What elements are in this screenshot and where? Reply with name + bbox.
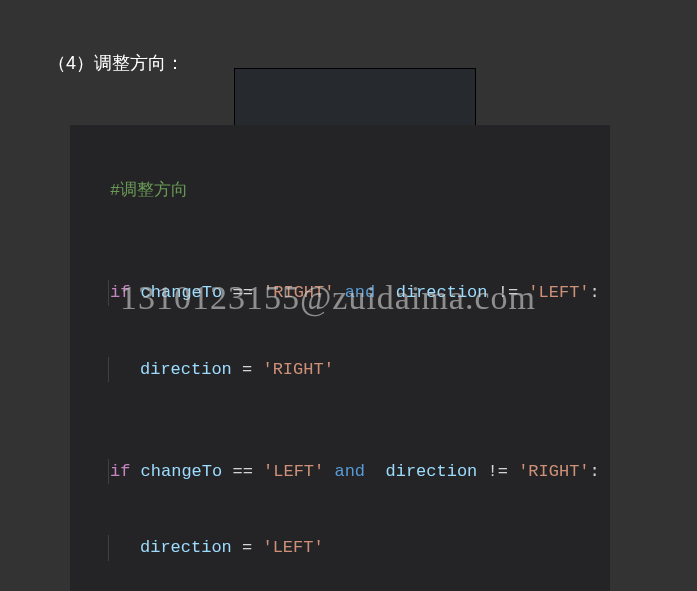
op: == — [232, 283, 252, 302]
op: == — [232, 462, 252, 481]
op: != — [488, 462, 508, 481]
str: 'LEFT' — [528, 283, 589, 302]
op: = — [242, 538, 252, 557]
str: 'LEFT' — [263, 462, 324, 481]
var: direction — [385, 462, 477, 481]
kw: and — [345, 283, 376, 302]
op: = — [242, 360, 252, 379]
var: changeTo — [141, 283, 223, 302]
section-heading: （4）调整方向： — [48, 50, 184, 77]
colon: : — [590, 462, 600, 481]
comment: #调整方向 — [110, 181, 188, 200]
var: direction — [396, 283, 488, 302]
str: 'RIGHT' — [518, 462, 589, 481]
var: direction — [140, 360, 232, 379]
str: 'RIGHT' — [263, 283, 334, 302]
colon: : — [590, 283, 600, 302]
op: != — [498, 283, 518, 302]
code-snippet-main: #调整方向 if changeTo == 'RIGHT' and directi… — [70, 125, 610, 591]
kw: and — [334, 462, 365, 481]
kw: if — [110, 462, 130, 481]
kw: if — [110, 283, 130, 302]
str: 'LEFT' — [262, 538, 323, 557]
var: changeTo — [141, 462, 223, 481]
str: 'RIGHT' — [262, 360, 333, 379]
var: direction — [140, 538, 232, 557]
